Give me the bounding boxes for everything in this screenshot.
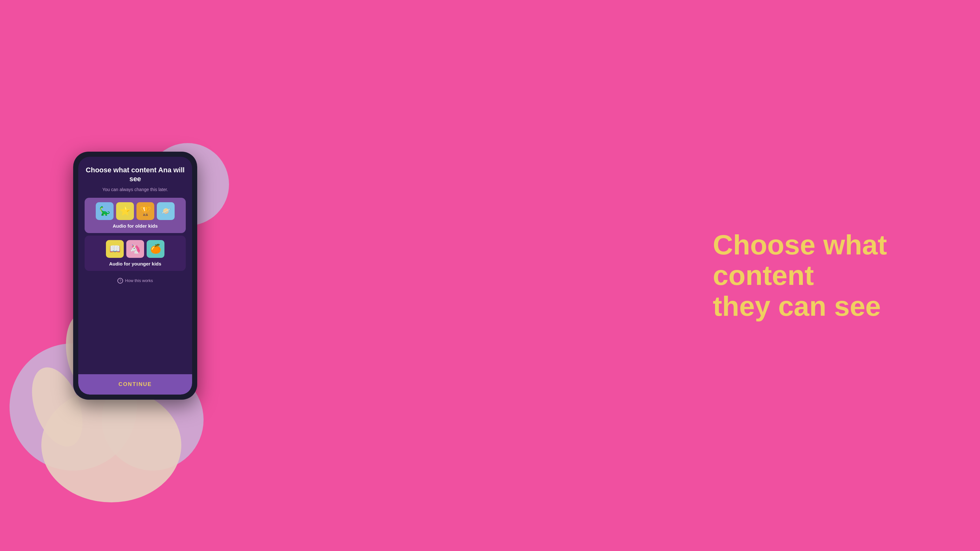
younger-kids-option[interactable]: 📖 🦄 🍊 Audio for younger kids (84, 236, 186, 271)
hero-text: Choose what content they can see (713, 229, 929, 321)
phone-title: Choose what content Ana will see (84, 166, 186, 184)
hero-text-block: Choose what content they can see (713, 229, 929, 321)
older-kids-label: Audio for older kids (90, 223, 181, 229)
continue-button[interactable]: CONTINUE (78, 374, 192, 395)
hero-line-1: Choose what content (713, 229, 887, 291)
hero-line-2: they can see (713, 290, 881, 322)
older-icon-2: ⭐ (116, 202, 134, 220)
continue-button-wrapper: CONTINUE (78, 374, 192, 395)
older-icon-4: 🪐 (157, 202, 175, 220)
phone-subtitle: You can always change this later. (84, 187, 186, 192)
phone-device: Choose what content Ana will see You can… (73, 152, 197, 400)
younger-icon-3: 🍊 (146, 240, 164, 258)
older-kids-option[interactable]: 🦕 ⭐ 🏆 🪐 Audio for older kids (84, 198, 186, 233)
info-icon: ? (118, 278, 123, 284)
older-icon-3: 🏆 (137, 202, 154, 220)
younger-kids-label: Audio for younger kids (90, 261, 181, 267)
older-icon-1: 🦕 (96, 202, 113, 220)
younger-icon-1: 📖 (106, 240, 124, 258)
younger-kids-icons: 📖 🦄 🍊 (90, 240, 181, 258)
how-this-works-label: How this works (125, 278, 153, 283)
phone-content-area: Choose what content Ana will see You can… (78, 157, 192, 374)
phone-screen: Choose what content Ana will see You can… (78, 157, 192, 395)
older-kids-icons: 🦕 ⭐ 🏆 🪐 (90, 202, 181, 220)
phone-body: Choose what content Ana will see You can… (73, 152, 197, 400)
younger-icon-2: 🦄 (126, 240, 144, 258)
how-this-works-link[interactable]: ? How this works (84, 278, 186, 284)
